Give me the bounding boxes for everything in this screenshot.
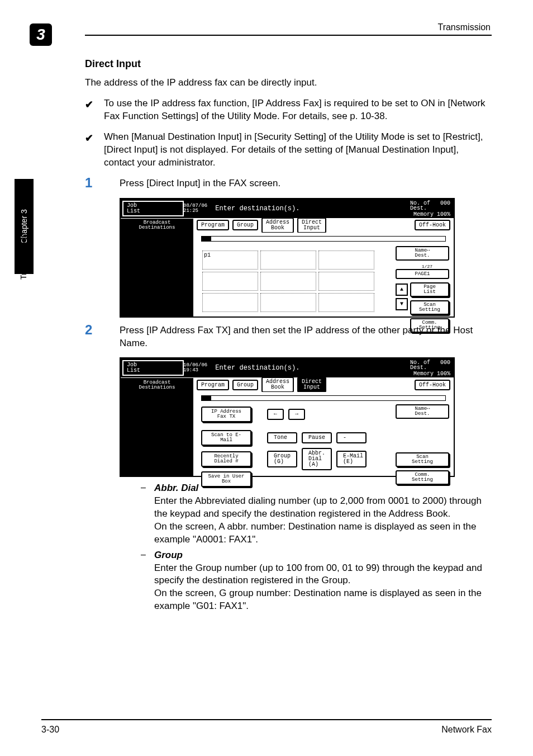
dest-cell[interactable] — [260, 272, 316, 291]
cursor-left-button[interactable]: ← — [267, 409, 284, 420]
section-lead: The address of the IP address fax can be… — [85, 77, 488, 89]
broadcast-destinations-label: Broadcast Destinations — [121, 218, 193, 233]
dest-count: 000 — [440, 360, 450, 366]
note-text-1: To use the IP address fax function, [IP … — [104, 97, 488, 123]
note-bullet-2: ✔ When [Manual Destination Input] in [Se… — [85, 131, 488, 169]
note-bullet-1: ✔ To use the IP address fax function, [I… — [85, 97, 488, 123]
chapter-number: 3 — [36, 26, 45, 44]
step-number: 2 — [85, 322, 92, 338]
group-g-button[interactable]: Group (G) — [267, 451, 297, 467]
ip-address-fax-tx-button[interactable]: IP Address Fax TX — [201, 407, 251, 422]
program-tab[interactable]: Program — [197, 380, 229, 390]
dash-button[interactable]: - — [336, 432, 367, 443]
off-hook-button[interactable]: Off-Hook — [415, 380, 450, 390]
scan-setting-button[interactable]: Scan Setting — [396, 452, 449, 467]
footer-title: Network Fax — [441, 725, 492, 735]
dest-cell[interactable] — [318, 272, 374, 291]
step-number: 1 — [85, 175, 92, 191]
page-list-button[interactable]: Page List — [410, 282, 449, 297]
recently-dialed-button[interactable]: Recently Dialed # — [201, 451, 251, 467]
dest-cell[interactable] — [260, 293, 316, 312]
dest-cell[interactable]: p1 — [202, 251, 258, 270]
time-label: 19:43 — [183, 368, 207, 373]
note-text-2: When [Manual Destination Input] in [Secu… — [104, 131, 488, 169]
off-hook-button[interactable]: Off-Hook — [415, 220, 450, 230]
pause-button[interactable]: Pause — [302, 432, 332, 443]
address-book-tab[interactable]: Address Book — [261, 218, 294, 233]
dash-icon: – — [141, 483, 146, 493]
email-e-button[interactable]: E-Mail (E) — [336, 451, 367, 467]
instruction-text: Enter destination(s). — [215, 364, 299, 372]
dest-cell[interactable] — [260, 251, 316, 270]
cursor-right-button[interactable]: → — [288, 409, 305, 420]
footer-page-number: 3-30 — [41, 725, 59, 735]
broadcast-destinations-label: Broadcast Destinations — [121, 377, 193, 392]
memory-label: Memory 100% — [410, 211, 450, 218]
chapter-number-badge: 3 — [30, 23, 52, 46]
time-label: 21:25 — [183, 209, 207, 214]
name-dest-toggle[interactable]: Name↔ Dest. — [396, 246, 449, 261]
program-tab[interactable]: Program — [197, 220, 229, 230]
dest-cell[interactable] — [318, 251, 374, 270]
job-list-bottom: List — [127, 368, 179, 374]
group-tab[interactable]: Group — [232, 380, 258, 390]
footer-rule — [41, 719, 492, 720]
side-vertical-text: Transmission — [19, 233, 28, 280]
job-list-bottom: List — [127, 209, 179, 214]
scan-setting-button[interactable]: Scan Setting — [410, 300, 449, 315]
page-fraction: 1/27 — [396, 264, 449, 269]
definition-desc: Enter the Abbreviated dialing number (up… — [154, 495, 488, 546]
direct-input-tab-active[interactable]: Direct Input — [297, 377, 326, 393]
fax-screenshot-1: Job List 08/07/06 21:25 Enter destinatio… — [120, 198, 455, 318]
step-text: Press [IP Address Fax TX] and then set t… — [120, 324, 488, 350]
definition-term: Abbr. Dial — [154, 483, 198, 493]
check-icon: ✔ — [85, 132, 93, 144]
dest-cell[interactable] — [202, 293, 258, 312]
progress-bar — [201, 395, 446, 401]
header-title: Transmission — [437, 22, 491, 32]
dest-count: 000 — [440, 200, 450, 206]
job-list-button[interactable]: Job List — [122, 201, 184, 216]
progress-bar — [201, 236, 446, 242]
step-1: 1 Press [Direct Input] in the FAX screen… — [85, 177, 488, 190]
name-dest-toggle[interactable]: Name↔ Dest. — [396, 404, 449, 419]
definition-abbr-dial: – Abbr. Dial Enter the Abbreviated diali… — [141, 483, 488, 546]
dash-icon: – — [141, 550, 146, 560]
definition-group: – Group Enter the Group number (up to 10… — [141, 550, 488, 613]
instruction-text: Enter destination(s). — [215, 205, 299, 212]
group-tab[interactable]: Group — [232, 220, 258, 230]
memory-label: Memory 100% — [410, 371, 450, 377]
direct-input-tab[interactable]: Direct Input — [297, 218, 326, 233]
header-rule — [85, 35, 492, 36]
abbr-dial-a-button[interactable]: Abbr. Dial (A) — [302, 448, 332, 470]
definition-term: Group — [154, 550, 183, 560]
job-list-button[interactable]: Job List — [122, 360, 184, 376]
fax-screenshot-2: Job List 10/06/06 19:43 Enter destinatio… — [120, 357, 455, 477]
scan-to-email-button[interactable]: Scan to E-Mail — [201, 430, 251, 446]
page1-button[interactable]: PAGE1 — [396, 269, 449, 279]
tone-button[interactable]: Tone — [267, 432, 297, 443]
dest-cell[interactable] — [318, 293, 374, 312]
check-icon: ✔ — [85, 98, 93, 111]
definition-desc: Enter the Group number (up to 100 from 0… — [154, 562, 488, 613]
dest-cell[interactable] — [202, 272, 258, 291]
page-up-button[interactable]: ▲ — [396, 284, 408, 296]
step-text: Press [Direct Input] in the FAX screen. — [120, 177, 488, 190]
page-down-button[interactable]: ▼ — [396, 298, 408, 310]
section-title: Direct Input — [85, 58, 488, 70]
address-book-tab[interactable]: Address Book — [261, 377, 294, 393]
step-2: 2 Press [IP Address Fax TX] and then set… — [85, 324, 488, 350]
